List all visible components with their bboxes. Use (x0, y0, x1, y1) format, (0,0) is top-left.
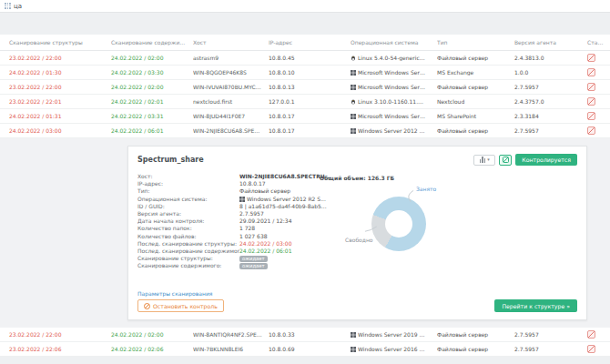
agent-version: 2.4.3813.0 (514, 55, 587, 61)
host-name: WIN-IVUVAI870BU.MYCORP... (193, 84, 269, 90)
donut-chart (371, 197, 426, 251)
stop-button-label: Остановить контроль (153, 303, 218, 309)
col-scan-content[interactable]: Сканирование содержимо... (111, 39, 193, 46)
expanded-row-area: Spectrum_share ▾ Контролируется Хост: WI… (0, 138, 610, 328)
os-cell: Linux 3.10.0-1160.11.1.el7... (351, 98, 437, 105)
host-name: nextcloud.first (193, 98, 269, 105)
os-name: Linux 5.4.0-54-generic #as... (358, 55, 432, 61)
table-row[interactable]: 24.02.2022 / 01:30 24.02.2022 / 03:30 WI… (0, 66, 610, 80)
field-label: ID / GUID: (137, 203, 239, 210)
os-cell: Microsoft Windows Server... (351, 69, 437, 76)
stop-monitoring-button[interactable]: Остановить контроль (137, 299, 224, 312)
detail-field: Хост: WIN-2NJIE8CU6A8.SPECTRU... (137, 173, 309, 180)
field-label: Послед. сканирование содержимого: (137, 248, 239, 255)
col-status[interactable]: Статус (587, 39, 610, 46)
field-value: 24.02.2022 / 03:00 (239, 240, 291, 248)
ip-address: 10.8.0.33 (269, 331, 351, 338)
host-name: WIN-8JUD44I1F0E7 (193, 113, 269, 119)
field-value: 2.7.5957 (239, 210, 264, 217)
goto-structure-button[interactable]: Перейти к структуре » (494, 299, 577, 312)
detail-field: Количество папок: 1 728 (137, 225, 309, 232)
share-title: Spectrum_share (137, 156, 204, 164)
table-row[interactable]: 23.02.2022 / 22:06 24.02.2022 / 02:06 WI… (0, 342, 610, 357)
field-label: Операционная система: (137, 196, 239, 203)
status-icon[interactable] (587, 112, 595, 120)
host-name: WIN-7BKLNN8LEI6 (193, 346, 269, 352)
scan-content-date: 24.02.2022 / 02:00 (111, 55, 193, 61)
col-agent-version[interactable]: Версия агента (514, 39, 587, 46)
os-cell: Linux 5.4.0-54-generic #as... (351, 55, 437, 61)
server-type: MS SharePoint (437, 113, 514, 119)
os-name: Microsoft Windows Server... (358, 69, 432, 76)
scan-structure-date: 23.02.2022 / 22:06 (9, 346, 111, 352)
chart-view-dropdown[interactable]: ▾ (473, 155, 495, 166)
agent-version: 2.7.5957 (514, 127, 587, 134)
scan-content-date: 24.02.2022 / 02:06 (111, 346, 193, 352)
field-label: Версия агента: (137, 210, 239, 217)
col-host[interactable]: Хост (193, 39, 269, 46)
col-ip[interactable]: IP-адрес (269, 39, 351, 46)
ip-address: 10.8.0.17 (269, 127, 351, 134)
table-row[interactable]: 23.02.2022 / 22:00 24.02.2022 / 02:00 WI… (0, 80, 610, 95)
detail-field: Тип: Файловый сервер (137, 187, 309, 195)
host-name: WIN-8ANTIQR4NF2.SPECTRU... (193, 331, 269, 338)
detail-field: Операционная система: Windows Server 201… (137, 196, 309, 203)
donut-connector (309, 173, 577, 293)
os-name: Linux 3.10.0-1160.11.1.el7... (358, 98, 432, 105)
field-value: 29.09.2021 / 12:34 (239, 217, 291, 225)
scan-status-icon-button[interactable] (499, 155, 512, 166)
linux-icon (351, 56, 356, 61)
table-row[interactable]: 23.02.2022 / 22:00 24.02.2022 / 02:00 WI… (0, 328, 610, 342)
field-label: Количество папок: (137, 225, 239, 232)
col-type[interactable]: Тип (437, 39, 514, 46)
ip-address: 127.0.0.1 (269, 98, 351, 105)
col-scan-structure[interactable]: Сканирование структуры (9, 39, 111, 46)
scan-structure-date: 24.02.2022 / 03:00 (9, 127, 111, 134)
app-grid-icon (5, 3, 11, 9)
stop-icon (144, 303, 150, 309)
status-icon[interactable] (587, 97, 595, 106)
detail-field: Версия агента: 2.7.5957 (137, 210, 309, 217)
scan-structure-date: 23.02.2022 / 22:00 (9, 84, 111, 90)
bar-chart-icon (480, 157, 486, 163)
table-row[interactable]: 24.02.2022 / 03:00 24.02.2022 / 06:01 WI… (0, 124, 610, 138)
detail-field: IP-адрес: 10.8.0.17 (137, 180, 309, 187)
os-cell: Windows Server 2019 Stan... (351, 331, 437, 338)
monitored-button[interactable]: Контролируется (515, 154, 577, 166)
table-row[interactable]: 23.02.2022 / 22:00 24.02.2022 / 02:00 as… (0, 51, 610, 66)
detail-fields: Хост: WIN-2NJIE8CU6A8.SPECTRU... IP-адре… (137, 173, 309, 293)
windows-icon (351, 347, 356, 352)
host-name: WIN-8QGOEP46K8S (193, 69, 269, 76)
host-name: WIN-2NJIE8CU6A8.SPECTRU... (193, 127, 269, 134)
scan-structure-date: 23.02.2022 / 22:00 (9, 55, 111, 61)
agent-version: 2.7.5957 (514, 84, 587, 90)
col-os[interactable]: Операционная система (351, 39, 437, 46)
ip-address: 10.8.0.69 (269, 346, 351, 352)
field-label: Сканирование содержимого: (137, 262, 239, 269)
status-icon[interactable] (587, 68, 595, 76)
detail-field: Послед. сканирование содержимого: 24.02.… (137, 248, 309, 255)
free-label: Свободно (345, 237, 373, 243)
detail-field: Дата начала контроля: 29.09.2021 / 12:34 (137, 217, 309, 225)
status-icon[interactable] (587, 345, 595, 353)
scan-params-link[interactable]: Параметры сканирования (137, 290, 212, 297)
page-title: ца (14, 3, 22, 10)
field-value: 24.02.2022 / 06:01 (239, 248, 291, 255)
windows-icon (351, 114, 356, 119)
table-row[interactable]: 24.02.2022 / 01:31 24.02.2022 / 03:31 WI… (0, 109, 610, 124)
card-actions: ▾ Контролируется (473, 154, 577, 166)
ip-address: 10.8.0.13 (269, 84, 351, 90)
table-row[interactable]: 23.02.2022 / 22:01 24.02.2022 / 02:01 ne… (0, 95, 610, 109)
status-icon[interactable] (587, 54, 595, 62)
os-name: Windows Server 2016 Dat... (358, 346, 432, 352)
host-detail-card: Spectrum_share ▾ Контролируется Хост: WI… (127, 146, 587, 320)
status-icon[interactable] (587, 83, 595, 91)
field-value: ожидает (239, 263, 268, 269)
detail-field: Количество файлов: 1 027 638 (137, 233, 309, 240)
os-name: Microsoft Windows Server 2016 Stan... (358, 84, 432, 90)
status-icon[interactable] (587, 126, 595, 135)
total-volume-label: Общий объем: 126.3 ГБ (320, 175, 394, 181)
os-name: Microsoft Windows Serv... (358, 113, 432, 119)
server-type: Файловый сервер (437, 127, 514, 134)
status-icon[interactable] (587, 330, 595, 339)
